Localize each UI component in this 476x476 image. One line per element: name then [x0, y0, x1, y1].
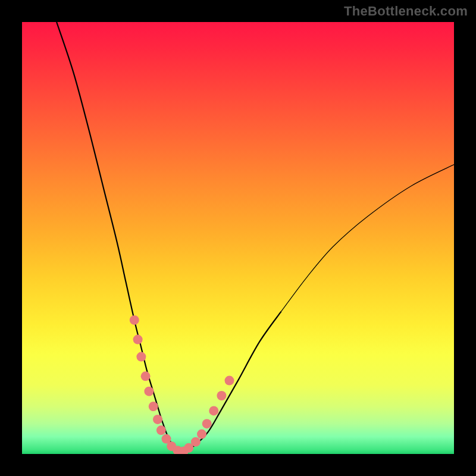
bead-point [141, 371, 151, 381]
curve-svg [22, 22, 454, 454]
bead-point [173, 446, 182, 454]
bead-point [202, 419, 212, 428]
bead-point [197, 430, 206, 439]
bead-point [133, 335, 143, 345]
bead-point [136, 352, 146, 362]
bead-point [130, 315, 139, 325]
bead-point [184, 443, 193, 453]
plot-area [22, 22, 454, 454]
bead-point [179, 447, 189, 454]
bottleneck-curve-tail [281, 165, 454, 312]
chart-stage: TheBottleneck.com [0, 0, 476, 476]
highlight-beads [130, 315, 234, 454]
bead-point [149, 402, 158, 411]
bead-point [225, 376, 234, 386]
bead-point [153, 415, 162, 424]
bead-point [209, 406, 218, 415]
watermark-label: TheBottleneck.com [344, 4, 468, 19]
bead-point [191, 437, 201, 447]
bead-point [167, 441, 176, 451]
bead-point [162, 434, 171, 444]
bottleneck-curve [57, 22, 281, 452]
bead-point [217, 391, 226, 400]
bead-point [144, 387, 154, 396]
bead-point [156, 425, 166, 435]
